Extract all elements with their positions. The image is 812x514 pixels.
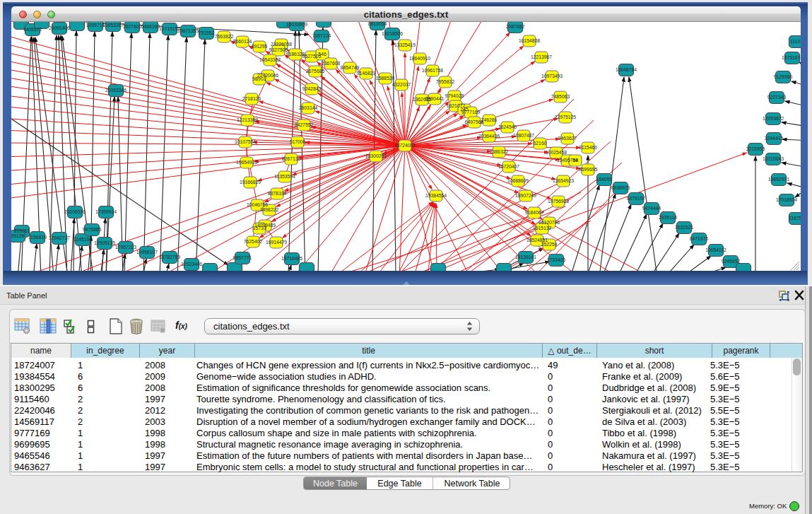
svg-text:20364436: 20364436 [478, 134, 500, 139]
svg-text:16782759: 16782759 [159, 255, 180, 259]
svg-text:6479197: 6479197 [627, 196, 646, 201]
svg-text:7663822: 7663822 [215, 34, 234, 39]
svg-text:16033809: 16033809 [286, 22, 307, 27]
svg-text:9115460: 9115460 [579, 145, 597, 150]
svg-text:12942737: 12942737 [49, 235, 70, 240]
svg-text:10671355: 10671355 [177, 28, 199, 33]
svg-text:3624540: 3624540 [498, 124, 517, 129]
svg-text:8938923: 8938923 [611, 185, 630, 190]
svg-text:7357224: 7357224 [312, 33, 331, 38]
svg-text:17016504: 17016504 [776, 197, 797, 202]
svg-text:16154808: 16154808 [519, 38, 540, 43]
svg-text:4322037: 4322037 [392, 82, 411, 87]
svg-text:12923446: 12923446 [181, 262, 202, 267]
svg-text:10807487: 10807487 [513, 133, 534, 138]
svg-text:19166829: 19166829 [240, 180, 261, 185]
svg-text:19218506: 19218506 [382, 31, 403, 36]
svg-text:12213369: 12213369 [237, 117, 258, 122]
svg-text:164095: 164095 [596, 177, 613, 182]
svg-text:17359924: 17359924 [95, 209, 117, 214]
svg-text:10653267: 10653267 [102, 23, 124, 28]
svg-text:1145194: 1145194 [73, 237, 92, 242]
svg-text:23226058: 23226058 [271, 42, 292, 47]
svg-text:18907249: 18907249 [515, 193, 536, 198]
svg-text:1615132: 1615132 [533, 226, 552, 230]
svg-text:7625402: 7625402 [244, 239, 263, 244]
svg-text:9146821: 9146821 [357, 71, 376, 76]
svg-text:11353594: 11353594 [274, 174, 295, 179]
svg-text:16648784: 16648784 [616, 67, 637, 72]
svg-text:13325419: 13325419 [394, 42, 416, 47]
svg-text:10046766: 10046766 [247, 202, 268, 207]
svg-text:7632621: 7632621 [675, 225, 694, 230]
svg-text:8454749: 8454749 [341, 65, 360, 70]
svg-text:20053346: 20053346 [105, 88, 126, 93]
svg-text:8813054: 8813054 [368, 22, 387, 26]
svg-text:8660124: 8660124 [233, 39, 252, 44]
svg-text:9227343: 9227343 [767, 95, 787, 100]
svg-text:9463627: 9463627 [558, 136, 577, 141]
svg-text:116753: 116753 [789, 216, 801, 221]
svg-text:10654112: 10654112 [705, 247, 726, 252]
svg-text:9245652: 9245652 [722, 259, 741, 264]
svg-text:9975885: 9975885 [83, 227, 102, 232]
svg-text:2718126: 2718126 [242, 96, 261, 101]
svg-text:84: 84 [572, 158, 578, 163]
svg-text:8990441: 8990441 [425, 96, 445, 101]
svg-text:2803144: 2803144 [299, 105, 318, 110]
svg-text:12093872: 12093872 [763, 116, 784, 121]
svg-text:8427552: 8427552 [295, 122, 314, 127]
svg-text:9794028: 9794028 [445, 93, 464, 98]
svg-text:20091406: 20091406 [49, 25, 70, 30]
svg-text:7955812: 7955812 [436, 79, 455, 84]
svg-text:1244415: 1244415 [765, 136, 784, 141]
svg-text:9327505: 9327505 [269, 47, 288, 52]
svg-text:10543362: 10543362 [259, 57, 281, 62]
svg-text:10973493: 10973493 [541, 74, 563, 78]
svg-text:12213967: 12213967 [531, 54, 552, 59]
svg-text:9129966: 9129966 [774, 74, 793, 79]
svg-text:15751074: 15751074 [782, 55, 801, 60]
svg-text:19384554: 19384554 [425, 193, 447, 198]
svg-text:252254: 252254 [541, 242, 558, 247]
svg-text:1588520: 1588520 [376, 76, 395, 81]
svg-text:15716485: 15716485 [281, 256, 302, 261]
svg-text:746266: 746266 [481, 117, 498, 122]
svg-text:16210643: 16210643 [763, 156, 784, 161]
svg-text:7386322: 7386322 [490, 149, 509, 154]
svg-text:18300295: 18300295 [365, 153, 387, 158]
svg-text:12505135: 12505135 [94, 240, 115, 245]
svg-text:9474444: 9474444 [642, 206, 661, 211]
svg-text:3215955: 3215955 [746, 146, 765, 151]
svg-text:546: 546 [318, 52, 326, 57]
svg-text:835061: 835061 [14, 228, 30, 233]
svg-text:15692971: 15692971 [768, 177, 789, 182]
svg-text:19756928: 19756928 [548, 199, 569, 204]
svg-text:98901: 98901 [253, 76, 266, 81]
svg-text:19654915: 19654915 [236, 160, 257, 165]
svg-text:7485063: 7485063 [551, 94, 570, 99]
svg-text:9699695: 9699695 [579, 167, 598, 172]
svg-text:12975125: 12975125 [555, 115, 576, 119]
svg-text:15720407: 15720407 [498, 164, 519, 169]
svg-text:9242843: 9242843 [302, 86, 322, 91]
svg-text:8471676: 8471676 [690, 236, 709, 241]
svg-text:9184067: 9184067 [525, 210, 544, 215]
svg-text:6466160: 6466160 [141, 24, 160, 29]
svg-text:10107554: 10107554 [235, 139, 256, 144]
svg-text:1733426: 1733426 [547, 257, 566, 262]
svg-text:8267130: 8267130 [282, 156, 301, 161]
svg-text:1156819: 1156819 [28, 235, 47, 240]
svg-text:2935114: 2935114 [659, 215, 677, 220]
svg-text:10961758: 10961758 [422, 68, 443, 73]
svg-text:17957223: 17957223 [115, 245, 136, 250]
svg-text:16120746: 16120746 [539, 220, 560, 225]
svg-text:62160: 62160 [534, 141, 547, 146]
svg-text:18724007: 18724007 [394, 143, 416, 148]
svg-text:10025458: 10025458 [546, 150, 567, 155]
svg-text:9777169: 9777169 [461, 110, 481, 115]
svg-text:751552: 751552 [199, 30, 215, 35]
svg-text:891295: 891295 [252, 44, 268, 49]
svg-text:11123: 11123 [790, 39, 801, 44]
svg-text:15733: 15733 [253, 226, 266, 230]
